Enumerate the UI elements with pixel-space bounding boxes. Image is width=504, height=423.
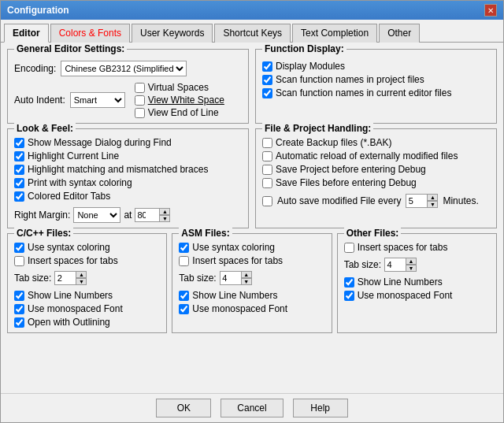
cpp-tab-spin-up[interactable]: ▲ bbox=[76, 271, 87, 278]
file-project-section: File & Project Handling: Create Backup f… bbox=[255, 128, 497, 228]
auto-save-label: Auto save modified File every bbox=[277, 195, 401, 206]
encoding-row: Encoding: Chinese GB2312 (Simplified) bbox=[14, 61, 242, 76]
other-insert-spaces-row: Insert spaces for tabs bbox=[344, 242, 490, 253]
tab-text-completion[interactable]: Text Completion bbox=[292, 24, 377, 43]
other-show-line-numbers-checkbox[interactable] bbox=[344, 277, 354, 288]
asm-tab-size-input[interactable] bbox=[220, 271, 242, 285]
other-tab-spin-up[interactable]: ▲ bbox=[406, 258, 417, 265]
cpp-insert-spaces-row: Insert spaces for tabs bbox=[14, 255, 160, 266]
asm-show-line-numbers-checkbox[interactable] bbox=[179, 291, 189, 301]
margin-value-spinner: ▲ ▼ bbox=[135, 208, 170, 222]
view-end-of-line-checkbox[interactable] bbox=[135, 108, 145, 118]
scan-current-row: Scan function names in current editor fi… bbox=[262, 87, 490, 98]
other-tab-size-label: Tab size: bbox=[344, 259, 381, 270]
cpp-use-syntax-checkbox[interactable] bbox=[14, 243, 24, 253]
configuration-window: Configuration ✕ Editor Colors & Fonts Us… bbox=[0, 0, 504, 423]
save-project-debug-checkbox[interactable] bbox=[262, 165, 272, 175]
asm-tab-spin-down[interactable]: ▼ bbox=[241, 278, 252, 285]
cpp-tab-spinner-buttons: ▲ ▼ bbox=[76, 271, 87, 285]
asm-insert-spaces-label: Insert spaces for tabs bbox=[192, 255, 283, 266]
asm-use-monospaced-checkbox[interactable] bbox=[179, 304, 189, 314]
virtual-spaces-label: Virtual Spaces bbox=[148, 82, 209, 93]
view-white-space-checkbox[interactable] bbox=[135, 95, 145, 106]
save-files-debug-checkbox[interactable] bbox=[262, 178, 272, 188]
auto-indent-select[interactable]: Smart bbox=[70, 92, 125, 108]
display-modules-checkbox[interactable] bbox=[262, 61, 272, 72]
cpp-tab-size-row: Tab size: ▲ ▼ bbox=[14, 271, 160, 285]
scan-project-checkbox[interactable] bbox=[262, 75, 272, 85]
asm-use-syntax-checkbox[interactable] bbox=[179, 243, 189, 253]
fp-item-2: Save Project before entering Debug bbox=[262, 164, 490, 175]
minutes-label: Minutes. bbox=[443, 195, 478, 206]
scan-project-label: Scan function names in project files bbox=[276, 74, 424, 85]
auto-save-checkbox[interactable] bbox=[262, 196, 272, 206]
lf-item-4: Colored Editor Tabs bbox=[14, 191, 242, 202]
cpp-insert-spaces-label: Insert spaces for tabs bbox=[28, 255, 118, 266]
window-title: Configuration bbox=[7, 5, 69, 16]
cpp-open-outlining-row: Open with Outlining bbox=[14, 317, 160, 328]
auto-reload-checkbox[interactable] bbox=[262, 151, 272, 161]
display-modules-row: Display Modules bbox=[262, 61, 490, 72]
highlight-braces-checkbox[interactable] bbox=[14, 165, 24, 175]
asm-use-syntax-row: Use syntax coloring bbox=[179, 242, 324, 253]
tab-other[interactable]: Other bbox=[379, 24, 420, 43]
tabs-container: Editor Colors & Fonts User Keywords Shor… bbox=[1, 20, 503, 43]
cpp-tab-size-input[interactable] bbox=[54, 271, 76, 285]
look-feel-title: Look & Feel: bbox=[14, 123, 76, 134]
show-msg-dialog-checkbox[interactable] bbox=[14, 138, 24, 148]
other-use-monospaced-checkbox[interactable] bbox=[344, 291, 354, 301]
margin-value-input[interactable] bbox=[135, 208, 160, 222]
margin-spin-down[interactable]: ▼ bbox=[159, 215, 170, 222]
function-display-title: Function Display: bbox=[262, 43, 346, 54]
highlight-braces-label: Highlight matching and mismatched braces bbox=[28, 164, 208, 175]
encoding-select[interactable]: Chinese GB2312 (Simplified) bbox=[61, 61, 187, 76]
virtual-spaces-checkbox[interactable] bbox=[135, 83, 145, 93]
colored-tabs-checkbox[interactable] bbox=[14, 191, 24, 202]
asm-insert-spaces-checkbox[interactable] bbox=[179, 256, 189, 266]
asm-insert-spaces-row: Insert spaces for tabs bbox=[179, 255, 324, 266]
view-end-of-line-row: View End of Line bbox=[135, 107, 224, 118]
margin-spinner-buttons: ▲ ▼ bbox=[159, 208, 170, 222]
cpp-tab-size-label: Tab size: bbox=[14, 273, 51, 284]
scan-current-label: Scan function names in current editor fi… bbox=[276, 87, 451, 98]
ok-button[interactable]: OK bbox=[156, 399, 211, 417]
save-project-debug-label: Save Project before entering Debug bbox=[276, 164, 426, 175]
close-button[interactable]: ✕ bbox=[484, 4, 497, 17]
cpp-insert-spaces-checkbox[interactable] bbox=[14, 256, 24, 266]
right-margin-row: Right Margin: None at ▲ ▼ bbox=[14, 207, 242, 223]
print-syntax-checkbox[interactable] bbox=[14, 178, 24, 188]
auto-save-spinner-buttons: ▲ ▼ bbox=[427, 194, 438, 208]
scan-current-checkbox[interactable] bbox=[262, 88, 272, 98]
highlight-current-line-checkbox[interactable] bbox=[14, 151, 24, 161]
other-files-title: Other Files: bbox=[344, 228, 402, 239]
tab-colors-fonts[interactable]: Colors & Fonts bbox=[50, 24, 130, 43]
tab-shortcut-keys[interactable]: Shortcut Keys bbox=[214, 24, 291, 43]
other-use-monospaced-row: Use monospaced Font bbox=[344, 290, 490, 301]
create-backup-checkbox[interactable] bbox=[262, 138, 272, 148]
other-insert-spaces-checkbox[interactable] bbox=[344, 243, 354, 253]
auto-save-spin-down[interactable]: ▼ bbox=[427, 201, 438, 208]
fp-item-3: Save Files before entering Debug bbox=[262, 177, 490, 188]
asm-show-line-numbers-row: Show Line Numbers bbox=[179, 290, 324, 301]
cpp-tab-spin-down[interactable]: ▼ bbox=[76, 278, 87, 285]
view-white-space-label: View White Space bbox=[148, 95, 224, 106]
cpp-show-line-numbers-checkbox[interactable] bbox=[14, 291, 24, 301]
help-button[interactable]: Help bbox=[293, 399, 348, 417]
save-files-debug-label: Save Files before entering Debug bbox=[276, 177, 417, 188]
other-tab-spin-down[interactable]: ▼ bbox=[406, 265, 417, 272]
other-files-section: Other Files: Insert spaces for tabs Tab … bbox=[337, 233, 497, 333]
view-white-space-row: View White Space bbox=[135, 95, 224, 106]
tab-editor[interactable]: Editor bbox=[4, 24, 49, 43]
other-tab-size-input[interactable] bbox=[384, 258, 406, 272]
cpp-use-monospaced-checkbox[interactable] bbox=[14, 304, 24, 314]
margin-spin-up[interactable]: ▲ bbox=[159, 208, 170, 215]
cancel-button[interactable]: Cancel bbox=[220, 399, 283, 417]
auto-indent-row: Auto Indent: Smart bbox=[14, 82, 125, 118]
asm-tab-spin-up[interactable]: ▲ bbox=[241, 271, 252, 278]
right-margin-select[interactable]: None bbox=[73, 207, 120, 223]
tab-user-keywords[interactable]: User Keywords bbox=[132, 24, 213, 43]
cpp-files-title: C/C++ Files: bbox=[14, 228, 73, 239]
auto-save-spin-up[interactable]: ▲ bbox=[427, 194, 438, 201]
auto-save-input[interactable] bbox=[406, 194, 428, 208]
cpp-open-outlining-checkbox[interactable] bbox=[14, 317, 24, 328]
